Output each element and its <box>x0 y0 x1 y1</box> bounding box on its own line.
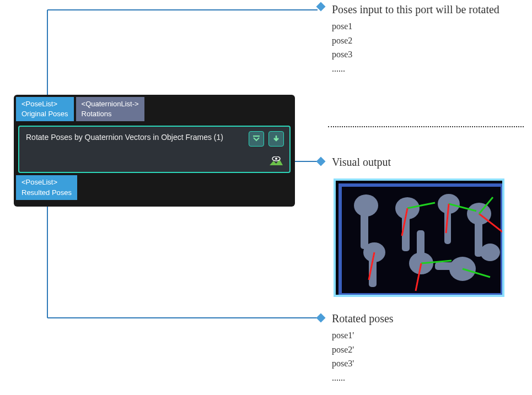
port-name-label: Resulted Poses <box>22 188 72 198</box>
diamond-icon <box>316 157 326 166</box>
list-item: pose1' <box>332 328 394 343</box>
diamond-icon <box>316 313 326 323</box>
annotation-input-title: Poses input to this port will be rotated <box>332 3 514 16</box>
list-item: ...... <box>332 62 514 76</box>
svg-rect-5 <box>253 136 260 137</box>
svg-rect-21 <box>417 230 424 264</box>
list-item: pose3 <box>332 47 514 62</box>
input-ports-row: <PoseList> Original Poses <QuaternionLis… <box>14 95 295 123</box>
output-ports-row: <PoseList> Resulted Poses <box>14 175 295 199</box>
svg-point-7 <box>275 158 277 160</box>
diamond-icon <box>316 2 326 12</box>
svg-point-24 <box>480 244 500 261</box>
annotation-input-list: pose1 pose2 pose3 ...... <box>332 19 514 75</box>
annotation-visual-title: Visual output <box>332 156 391 168</box>
output-port-resulted-poses[interactable]: <PoseList> Resulted Poses <box>16 175 77 199</box>
svg-rect-11 <box>361 210 368 249</box>
collapse-icon <box>252 134 261 143</box>
annotation-visual: Visual output <box>318 156 391 169</box>
node-container: <PoseList> Original Poses <QuaternionLis… <box>14 95 295 207</box>
svg-rect-23 <box>435 262 465 270</box>
download-icon <box>272 134 281 143</box>
port-type-label: <PoseList> <box>22 177 72 187</box>
port-type-label: <PoseList> <box>22 99 68 109</box>
port-type-label: <QuaternionList-> <box>82 99 139 109</box>
port-name-label: Original Poses <box>22 109 68 119</box>
annotation-output: Rotated poses pose1' pose2' pose3' .....… <box>318 312 394 385</box>
visual-output-icon[interactable] <box>268 156 284 169</box>
list-item: pose2 <box>332 34 514 48</box>
annotation-input: Poses input to this port will be rotated… <box>318 3 514 75</box>
separator-line <box>328 126 524 127</box>
list-item: pose1 <box>332 19 514 34</box>
list-item: pose2' <box>332 343 394 357</box>
node-body[interactable]: Rotate Poses by Quaternion Vectors in Ob… <box>18 126 291 173</box>
port-name-label: Rotations <box>82 109 139 119</box>
input-port-original-poses[interactable]: <PoseList> Original Poses <box>16 97 74 121</box>
collapse-button[interactable] <box>249 131 264 147</box>
download-button[interactable] <box>268 131 284 147</box>
input-port-rotations[interactable]: <QuaternionList-> Rotations <box>76 97 144 121</box>
annotation-output-list: pose1' pose2' pose3' ...... <box>332 328 394 385</box>
list-item: pose3' <box>332 356 394 371</box>
list-item: ...... <box>332 371 394 385</box>
annotation-output-title: Rotated poses <box>332 312 394 324</box>
visual-output-preview <box>334 178 504 297</box>
node-action-buttons <box>249 131 284 147</box>
node-title: Rotate Poses by Quaternion Vectors in Ob… <box>26 133 223 142</box>
